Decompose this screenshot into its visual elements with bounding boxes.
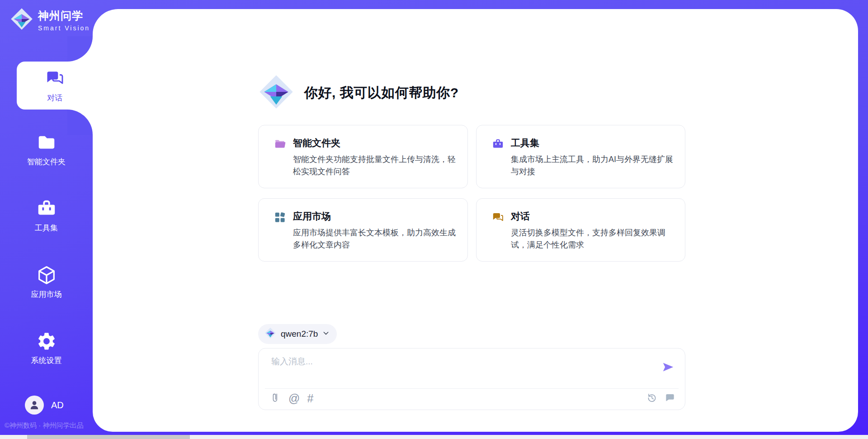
- gear-icon: [36, 331, 57, 352]
- card-title: 对话: [511, 210, 674, 223]
- sidebar-item-chat[interactable]: 对话: [17, 62, 93, 110]
- user-name: AD: [51, 400, 64, 410]
- model-name: qwen2:7b: [281, 329, 318, 339]
- sidebar-item-label: 工具集: [35, 223, 58, 233]
- sidebar-item-smart-folder[interactable]: 智能文件夹: [0, 132, 93, 167]
- card-description: 智能文件夹功能支持批量文件上传与清洗，轻松实现文件问答: [293, 153, 457, 178]
- message-composer: @ #: [258, 348, 685, 410]
- sidebar-item-settings[interactable]: 系统设置: [0, 331, 93, 366]
- sidebar-item-label: 对话: [47, 93, 62, 103]
- tab-curve-bottom: [67, 110, 93, 135]
- card-title: 工具集: [511, 137, 674, 149]
- chat-panel-button[interactable]: [664, 392, 676, 405]
- attach-file-button[interactable]: [269, 392, 281, 405]
- send-icon: [661, 368, 675, 375]
- card-description: 集成市场上主流工具，助力AI与外界无缝扩展与对接: [511, 153, 674, 178]
- folder-icon: [274, 138, 286, 152]
- sidebar-item-label: 系统设置: [31, 355, 62, 366]
- chat-icon: [492, 211, 504, 225]
- copyright-footer: ©神州数码 · 神州问学出品: [5, 421, 83, 430]
- welcome-header: 你好, 我可以如何帮助你?: [258, 74, 459, 112]
- paperclip-icon: [269, 392, 281, 405]
- chat-icon: [45, 68, 65, 90]
- tab-curve-top: [67, 36, 93, 62]
- history-button[interactable]: [646, 392, 658, 405]
- history-icon: [646, 392, 658, 405]
- message-input[interactable]: [271, 356, 652, 381]
- at-icon[interactable]: @: [288, 393, 300, 404]
- user-profile[interactable]: AD: [25, 396, 64, 415]
- brand-logo-diamond-icon: [10, 7, 33, 33]
- greeting-title: 你好, 我可以如何帮助你?: [304, 84, 459, 102]
- avatar: [25, 396, 44, 415]
- card-title: 应用市场: [293, 210, 457, 223]
- grid-icon: [274, 211, 286, 225]
- chevron-down-icon: [322, 329, 330, 339]
- chat-bubble-icon: [664, 392, 676, 405]
- brand: 神州问学 Smart Vision: [10, 7, 90, 33]
- card-description: 灵活切换多模型文件，支持多样回复效果调试，满足个性化需求: [511, 227, 674, 251]
- feature-card-smart-folder[interactable]: 智能文件夹 智能文件夹功能支持批量文件上传与清洗，轻松实现文件问答: [258, 125, 468, 188]
- horizontal-scrollbar-thumb[interactable]: [27, 435, 190, 439]
- horizontal-scrollbar-track[interactable]: [0, 435, 868, 439]
- feature-card-chat[interactable]: 对话 灵活切换多模型文件，支持多样回复效果调试，满足个性化需求: [476, 198, 685, 262]
- cube-icon: [36, 265, 57, 286]
- assistant-logo-diamond-icon: [258, 74, 294, 112]
- model-selector[interactable]: qwen2:7b: [258, 324, 337, 344]
- brand-subtitle: Smart Vision: [38, 24, 90, 32]
- card-title: 智能文件夹: [293, 137, 457, 149]
- sidebar-item-app-market[interactable]: 应用市场: [0, 265, 93, 300]
- model-logo-diamond-icon: [264, 327, 276, 341]
- folder-icon: [36, 132, 57, 153]
- toolbox-icon: [492, 138, 504, 152]
- feature-card-grid: 智能文件夹 智能文件夹功能支持批量文件上传与清洗，轻松实现文件问答 工具集 集成…: [258, 125, 685, 262]
- feature-card-toolset[interactable]: 工具集 集成市场上主流工具，助力AI与外界无缝扩展与对接: [476, 125, 685, 188]
- main-content-panel: 你好, 我可以如何帮助你? 智能文件夹 智能文件夹功能支持批量文件上传与清洗，轻…: [93, 9, 858, 432]
- composer-divider: [265, 388, 679, 389]
- toolbox-icon: [36, 198, 57, 219]
- feature-card-app-market[interactable]: 应用市场 应用市场提供丰富长文本模板，助力高效生成多样化文章内容: [258, 198, 468, 262]
- brand-name: 神州问学: [38, 9, 90, 23]
- sidebar-item-label: 应用市场: [31, 289, 62, 300]
- send-button[interactable]: [661, 360, 675, 375]
- sidebar-item-label: 智能文件夹: [27, 157, 66, 167]
- card-description: 应用市场提供丰富长文本模板，助力高效生成多样化文章内容: [293, 227, 457, 251]
- hash-icon[interactable]: #: [307, 393, 313, 404]
- sidebar-item-toolset[interactable]: 工具集: [0, 198, 93, 233]
